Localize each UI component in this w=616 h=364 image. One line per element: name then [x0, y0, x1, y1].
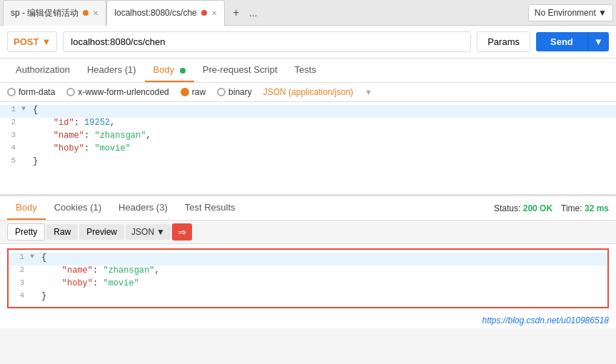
res-content-4: }	[40, 291, 607, 301]
method-select[interactable]: POST ▼	[7, 31, 57, 52]
res-content-2: "name": "zhansgan",	[40, 266, 607, 275]
req-content-3: "name": "zhansgan",	[31, 131, 616, 141]
req-content-2: "id": 19252,	[31, 118, 616, 128]
radio-form-data-circle	[7, 88, 16, 96]
res-linenum-1: 1	[9, 253, 30, 261]
res-linenum-2: 2	[9, 266, 30, 274]
radio-urlencoded-label: x-www-form-urlencoded	[78, 87, 168, 97]
tab-sp-label: sp - 编辑促销活动	[11, 7, 79, 19]
env-dropdown[interactable]: No Environment ▼	[528, 4, 613, 21]
method-label: POST	[14, 36, 39, 47]
send-button[interactable]: Send	[536, 32, 587, 51]
status-info: Status: 200 OK Time: 32 ms	[494, 203, 609, 213]
res-json-arrow: ▼	[156, 227, 165, 237]
radio-binary[interactable]: binary	[217, 87, 252, 97]
radio-raw[interactable]: raw	[181, 87, 206, 97]
res-content-1: {	[40, 253, 607, 263]
response-section: Body Cookies (1) Headers (3) Test Result…	[0, 195, 616, 328]
req-linenum-4: 4	[0, 143, 21, 152]
response-toolbar: Pretty Raw Preview JSON ▼ ⇒	[0, 221, 616, 244]
radio-binary-label: binary	[228, 87, 252, 97]
res-arrow-1[interactable]: ▼	[30, 253, 40, 261]
watermark: https://blog.csdn.net/u010986518	[0, 313, 616, 328]
request-bar: POST ▼ Params Send ▼	[0, 26, 616, 59]
request-body-editor[interactable]: 1 ▼ { 2 "id": 19252, 3 "name": "zhansgan…	[0, 102, 616, 195]
res-line-2: 2 "name": "zhansgan",	[9, 266, 607, 278]
tab-localhost-dot	[201, 10, 207, 16]
tab-tests[interactable]: Tests	[286, 59, 325, 82]
body-type-bar: form-data x-www-form-urlencoded raw bina…	[0, 83, 616, 102]
req-linenum-2: 2	[0, 118, 21, 126]
res-wrap-button[interactable]: ⇒	[172, 223, 192, 241]
response-tabs-bar: Body Cookies (1) Headers (3) Test Result…	[0, 196, 616, 221]
sub-tabs: Authorization Headers (1) Body Pre-reque…	[0, 59, 616, 83]
req-line-3: 3 "name": "zhansgan",	[0, 131, 616, 143]
tab-more-button[interactable]: ...	[246, 7, 261, 19]
body-dot	[180, 68, 186, 74]
res-raw-button[interactable]: Raw	[46, 224, 78, 240]
req-content-5: }	[31, 156, 616, 166]
req-line-4: 4 "hoby": "movie"	[0, 143, 616, 156]
radio-form-data[interactable]: form-data	[7, 87, 55, 97]
res-line-1: 1 ▼ {	[9, 253, 607, 266]
tab-sp-close[interactable]: ✕	[93, 9, 99, 17]
tab-add-button[interactable]: +	[226, 3, 246, 23]
tab-sp[interactable]: sp - 编辑促销活动 ✕	[3, 0, 106, 26]
req-line-2: 2 "id": 19252,	[0, 118, 616, 131]
time-value: 32 ms	[585, 203, 609, 213]
tab-authorization[interactable]: Authorization	[7, 59, 79, 82]
res-tab-cookies[interactable]: Cookies (1)	[46, 196, 110, 220]
tab-sp-dot	[83, 10, 89, 16]
req-arrow-1[interactable]: ▼	[21, 105, 31, 113]
req-linenum-5: 5	[0, 156, 21, 165]
res-tab-headers[interactable]: Headers (3)	[110, 196, 176, 220]
req-content-1: {	[31, 105, 616, 115]
res-tab-testresults[interactable]: Test Results	[176, 196, 244, 220]
json-type-label[interactable]: JSON (application/json)	[263, 87, 353, 97]
json-type-arrow[interactable]: ▼	[365, 88, 373, 96]
req-linenum-1: 1	[0, 105, 21, 113]
res-linenum-4: 4	[9, 291, 30, 300]
tab-prerequest[interactable]: Pre-request Script	[194, 59, 286, 82]
radio-urlencoded[interactable]: x-www-form-urlencoded	[66, 87, 168, 97]
req-content-4: "hoby": "movie"	[31, 143, 616, 153]
res-json-label: JSON	[131, 227, 154, 237]
tab-body-label: Body	[153, 64, 175, 75]
res-tab-body[interactable]: Body	[7, 196, 46, 220]
params-button[interactable]: Params	[477, 31, 530, 52]
tab-localhost-label: localhost:8080/cs/che	[114, 8, 196, 18]
tab-bar: sp - 编辑促销活动 ✕ localhost:8080/cs/che ✕ + …	[0, 0, 616, 26]
env-selector: No Environment ▼	[528, 4, 613, 21]
time-label: Time: 32 ms	[561, 203, 609, 213]
res-content-3: "hoby": "movie"	[40, 278, 607, 288]
watermark-text: https://blog.csdn.net/u010986518	[483, 315, 609, 325]
req-line-1: 1 ▼ {	[0, 105, 616, 118]
tab-body[interactable]: Body	[145, 59, 194, 82]
res-json-select[interactable]: JSON ▼	[126, 224, 171, 240]
tab-localhost-close[interactable]: ✕	[211, 9, 217, 17]
radio-form-data-label: form-data	[19, 87, 55, 97]
res-line-3: 3 "hoby": "movie"	[9, 278, 607, 291]
status-label: Status: 200 OK	[494, 203, 552, 213]
res-pretty-button[interactable]: Pretty	[7, 223, 45, 241]
res-preview-button[interactable]: Preview	[79, 224, 124, 240]
res-linenum-3: 3	[9, 278, 30, 287]
radio-binary-circle	[217, 88, 226, 96]
radio-raw-circle	[181, 88, 189, 96]
tab-headers[interactable]: Headers (1)	[79, 59, 145, 82]
tab-localhost[interactable]: localhost:8080/cs/che ✕	[106, 0, 224, 26]
res-line-4: 4 }	[9, 291, 607, 304]
req-line-5: 5 }	[0, 156, 616, 169]
send-arrow-button[interactable]: ▼	[587, 32, 609, 51]
req-linenum-3: 3	[0, 131, 21, 139]
env-arrow: ▼	[598, 8, 607, 18]
env-value: No Environment	[535, 8, 596, 18]
radio-urlencoded-circle	[66, 88, 75, 96]
response-body-editor[interactable]: 1 ▼ { 2 "name": "zhansgan", 3 "hoby": "m…	[7, 248, 609, 308]
status-value: 200 OK	[523, 203, 552, 213]
method-arrow: ▼	[41, 36, 51, 47]
send-btn-group: Send ▼	[536, 32, 609, 51]
url-input[interactable]	[63, 31, 471, 52]
radio-raw-label: raw	[192, 87, 206, 97]
